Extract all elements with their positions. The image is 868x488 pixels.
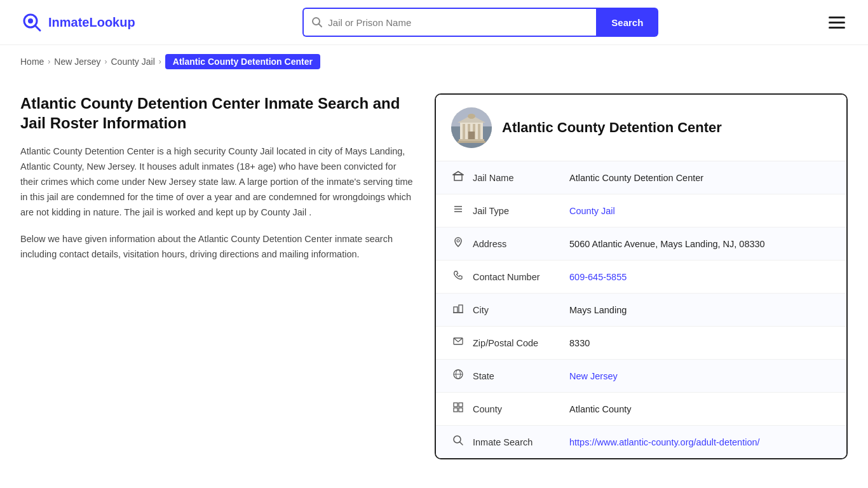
card-title: Atlantic County Detention Center bbox=[502, 119, 722, 136]
svg-rect-8 bbox=[463, 124, 465, 139]
left-column: Atlantic County Detention Center Inmate … bbox=[20, 93, 414, 262]
header-search-area: Search bbox=[302, 8, 658, 37]
svg-point-1 bbox=[28, 18, 33, 24]
svg-rect-15 bbox=[458, 141, 485, 143]
phone-icon bbox=[451, 269, 465, 284]
info-row: Address5060 Atlantic Avenue, Mays Landin… bbox=[436, 227, 846, 261]
svg-point-23 bbox=[457, 240, 459, 242]
county-icon bbox=[451, 402, 465, 416]
row-label: City bbox=[473, 305, 562, 315]
search-icon bbox=[451, 435, 465, 449]
svg-rect-32 bbox=[459, 403, 463, 407]
facility-info-card: Atlantic County Detention Center Jail Na… bbox=[435, 93, 848, 459]
row-value[interactable]: https://www.atlantic-county.org/adult-de… bbox=[569, 437, 831, 447]
row-value-link[interactable]: County Jail bbox=[569, 206, 615, 216]
svg-rect-17 bbox=[454, 175, 462, 180]
row-label: Address bbox=[473, 239, 562, 249]
search-button[interactable]: Search bbox=[596, 8, 658, 37]
info-row: CountyAtlantic County bbox=[436, 393, 846, 426]
row-value[interactable]: County Jail bbox=[569, 206, 831, 216]
breadcrumb-type[interactable]: County Jail bbox=[111, 57, 155, 67]
info-row: CityMays Landing bbox=[436, 294, 846, 327]
row-value: 8330 bbox=[569, 338, 831, 348]
site-header: InmateLookup Search bbox=[0, 0, 868, 45]
row-label: Jail Name bbox=[473, 173, 562, 183]
state-icon bbox=[451, 369, 465, 383]
svg-line-36 bbox=[460, 442, 463, 445]
breadcrumb-state[interactable]: New Jersey bbox=[54, 57, 100, 67]
location-icon bbox=[451, 236, 465, 251]
svg-point-16 bbox=[468, 114, 475, 119]
chevron-icon: › bbox=[48, 57, 50, 66]
info-row: Zip/Postal Code8330 bbox=[436, 327, 846, 360]
search-input-wrapper bbox=[302, 8, 596, 37]
row-value: Mays Landing bbox=[569, 305, 831, 315]
page-description-1: Atlantic County Detention Center is a hi… bbox=[20, 144, 414, 220]
svg-line-2 bbox=[35, 25, 40, 30]
search-input[interactable] bbox=[328, 17, 588, 28]
breadcrumb-active: Atlantic County Detention Center bbox=[165, 54, 320, 69]
svg-rect-13 bbox=[468, 132, 475, 139]
svg-rect-34 bbox=[459, 408, 463, 412]
svg-marker-19 bbox=[453, 172, 463, 175]
svg-rect-31 bbox=[454, 403, 458, 407]
logo-link[interactable]: InmateLookup bbox=[20, 11, 135, 34]
row-label: Jail Type bbox=[473, 206, 562, 216]
svg-rect-33 bbox=[454, 408, 458, 412]
info-row: StateNew Jersey bbox=[436, 360, 846, 393]
row-label: Contact Number bbox=[473, 272, 562, 282]
info-row: Inmate Searchhttps://www.atlantic-county… bbox=[436, 426, 846, 458]
info-row: Jail TypeCounty Jail bbox=[436, 194, 846, 227]
main-content: Atlantic County Detention Center Inmate … bbox=[0, 78, 868, 485]
list-icon bbox=[451, 203, 465, 218]
page-title: Atlantic County Detention Center Inmate … bbox=[20, 93, 414, 133]
svg-rect-14 bbox=[459, 139, 484, 141]
search-icon bbox=[311, 17, 323, 28]
info-row: Contact Number609-645-5855 bbox=[436, 261, 846, 294]
row-value: Atlantic County Detention Center bbox=[569, 173, 831, 183]
logo-icon bbox=[20, 11, 43, 34]
svg-line-4 bbox=[319, 24, 322, 27]
jail-icon bbox=[451, 170, 465, 185]
page-description-2: Below we have given information about th… bbox=[20, 232, 414, 262]
breadcrumb: Home › New Jersey › County Jail › Atlant… bbox=[0, 45, 868, 78]
chevron-icon: › bbox=[105, 57, 107, 66]
row-label: Zip/Postal Code bbox=[473, 338, 562, 348]
city-icon bbox=[451, 302, 465, 317]
facility-thumbnail bbox=[451, 107, 492, 148]
breadcrumb-home[interactable]: Home bbox=[20, 57, 44, 67]
card-rows: Jail NameAtlantic County Detention Cente… bbox=[436, 161, 846, 458]
row-label: State bbox=[473, 371, 562, 381]
row-label: County bbox=[473, 404, 562, 414]
card-header: Atlantic County Detention Center bbox=[436, 95, 846, 161]
row-value-link[interactable]: New Jersey bbox=[569, 371, 618, 381]
info-row: Jail NameAtlantic County Detention Cente… bbox=[436, 161, 846, 194]
svg-rect-11 bbox=[478, 124, 480, 139]
row-value-link[interactable]: https://www.atlantic-county.org/adult-de… bbox=[569, 437, 760, 447]
row-value[interactable]: New Jersey bbox=[569, 371, 831, 381]
logo-text: InmateLookup bbox=[48, 15, 135, 30]
row-value: 5060 Atlantic Avenue, Mays Landing, NJ, … bbox=[569, 239, 831, 249]
row-value-link[interactable]: 609-645-5855 bbox=[569, 272, 627, 282]
menu-icon[interactable] bbox=[826, 14, 848, 31]
row-label: Inmate Search bbox=[473, 437, 562, 447]
svg-rect-24 bbox=[454, 307, 458, 313]
chevron-icon: › bbox=[159, 57, 161, 66]
row-value[interactable]: 609-645-5855 bbox=[569, 272, 831, 282]
svg-rect-25 bbox=[459, 305, 463, 313]
zip-icon bbox=[451, 336, 465, 350]
row-value: Atlantic County bbox=[569, 404, 831, 414]
facility-image bbox=[451, 107, 492, 148]
